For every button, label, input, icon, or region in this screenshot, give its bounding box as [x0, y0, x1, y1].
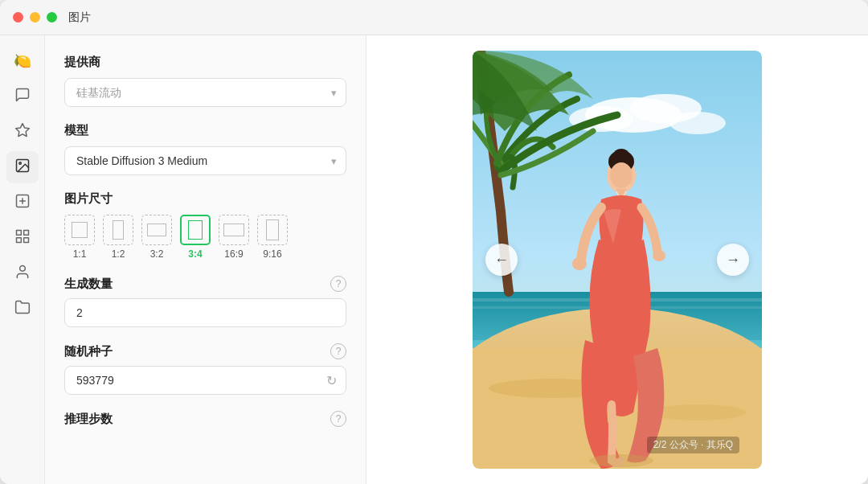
provider-select-wrapper: 硅基流动 ▾ — [64, 78, 346, 107]
icon-sidebar: 🍋 — [0, 35, 45, 484]
size-inner-9-16 — [266, 219, 279, 240]
folder-icon — [14, 299, 31, 319]
person-icon-btn[interactable] — [6, 257, 39, 289]
size-inner-16-9 — [223, 224, 244, 236]
traffic-lights — [13, 12, 57, 23]
nav-left-icon: ← — [494, 252, 509, 269]
svg-point-10 — [19, 265, 25, 271]
folder-icon-btn[interactable] — [6, 293, 39, 325]
size-label-9-16: 9:16 — [263, 248, 281, 260]
steps-field-row: 推理步数 ? — [64, 411, 346, 427]
svg-point-32 — [589, 454, 653, 467]
nav-left-button[interactable]: ← — [485, 244, 518, 276]
nav-right-icon: → — [726, 252, 740, 269]
image-add-icon — [14, 193, 31, 213]
size-label-16-9: 16:9 — [224, 248, 243, 260]
window-title: 图片 — [68, 10, 91, 25]
size-option-16-9[interactable]: 16:9 — [219, 215, 249, 260]
seed-field-row: 随机种子 ? — [64, 343, 346, 359]
svg-point-30 — [572, 257, 587, 270]
seed-input[interactable] — [64, 366, 346, 395]
maximize-button[interactable] — [47, 12, 57, 23]
steps-help-icon[interactable]: ? — [330, 411, 346, 427]
main-window: 图片 🍋 — [0, 0, 868, 484]
size-inner-1-1 — [72, 222, 88, 238]
size-label-1-2: 1:2 — [112, 248, 125, 260]
seed-help-icon[interactable]: ? — [330, 343, 346, 359]
minimize-button[interactable] — [30, 12, 40, 23]
seed-wrapper: ↻ — [64, 366, 346, 395]
right-panel: ← — [366, 35, 868, 484]
model-select[interactable]: Stable Diffusion 3 Medium — [64, 146, 346, 175]
size-icon-1-1 — [64, 215, 95, 245]
titlebar: 图片 — [0, 0, 868, 35]
svg-point-16 — [669, 112, 726, 134]
sparkle-icon — [14, 122, 31, 142]
close-button[interactable] — [13, 12, 23, 23]
count-field-row: 生成数量 ? — [64, 276, 346, 292]
size-label: 图片尺寸 — [64, 191, 346, 207]
size-inner-3-2 — [147, 224, 166, 236]
svg-point-31 — [653, 250, 665, 261]
seed-label: 随机种子 — [64, 344, 113, 359]
svg-marker-0 — [15, 123, 29, 136]
size-option-1-1[interactable]: 1:1 — [64, 215, 95, 260]
size-icon-9-16 — [257, 215, 288, 245]
size-label-1-1: 1:1 — [73, 248, 87, 260]
svg-point-28 — [610, 162, 633, 188]
refresh-icon[interactable]: ↻ — [326, 373, 337, 388]
left-panel: 提供商 硅基流动 ▾ 模型 Stable Diffusion 3 Medium … — [45, 35, 366, 484]
grid-icon — [14, 228, 31, 248]
lemon-icon-btn[interactable]: 🍋 — [6, 45, 39, 77]
person-icon — [14, 264, 31, 284]
count-input[interactable] — [64, 298, 346, 327]
provider-label: 提供商 — [64, 55, 346, 70]
count-help-icon[interactable]: ? — [330, 276, 346, 292]
steps-label: 推理步数 — [64, 412, 113, 427]
svg-point-24 — [649, 404, 746, 420]
size-inner-1-2 — [113, 220, 124, 240]
svg-rect-6 — [16, 230, 21, 235]
size-label-3-4: 3:4 — [188, 248, 202, 260]
model-label: 模型 — [64, 123, 346, 138]
sparkle-icon-btn[interactable] — [6, 116, 39, 148]
svg-point-27 — [613, 149, 629, 162]
size-label-3-2: 3:2 — [150, 248, 164, 260]
count-label: 生成数量 — [64, 277, 113, 292]
size-option-3-2[interactable]: 3:2 — [141, 215, 172, 260]
svg-point-2 — [18, 162, 20, 164]
size-icon-3-4 — [180, 215, 211, 245]
lemon-icon: 🍋 — [14, 52, 31, 70]
model-select-wrapper: Stable Diffusion 3 Medium ▾ — [64, 146, 346, 175]
image-icon-btn[interactable] — [6, 151, 39, 183]
svg-rect-9 — [16, 237, 21, 242]
image-add-icon-btn[interactable] — [6, 187, 39, 219]
size-icon-16-9 — [219, 215, 249, 245]
size-icon-1-2 — [103, 215, 133, 245]
chat-icon — [14, 87, 31, 106]
image-container: ← — [473, 48, 762, 471]
size-option-9-16[interactable]: 9:16 — [257, 215, 288, 260]
nav-right-button[interactable]: → — [717, 244, 749, 276]
svg-rect-7 — [23, 230, 28, 235]
size-icon-3-2 — [141, 215, 172, 245]
chat-icon-btn[interactable] — [6, 80, 39, 113]
main-content: 🍋 — [0, 35, 868, 484]
size-inner-3-4 — [188, 220, 203, 240]
size-options: 1:1 1:2 3:2 — [64, 215, 346, 260]
provider-select[interactable]: 硅基流动 — [64, 78, 346, 107]
size-option-1-2[interactable]: 1:2 — [103, 215, 133, 260]
size-option-3-4[interactable]: 3:4 — [180, 215, 211, 260]
image-icon — [14, 158, 31, 178]
grid-icon-btn[interactable] — [6, 222, 39, 254]
svg-rect-8 — [23, 237, 28, 242]
